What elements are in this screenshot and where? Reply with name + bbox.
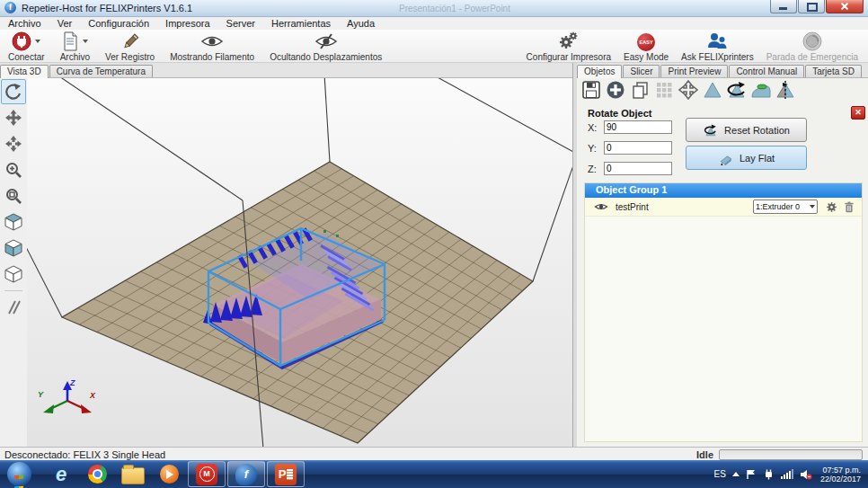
menu-ayuda[interactable]: Ayuda xyxy=(339,18,383,29)
scale-object-button[interactable] xyxy=(700,78,724,102)
extruder-select[interactable]: 1:Extruder 0 xyxy=(753,200,818,214)
zoom-in-button[interactable] xyxy=(1,157,26,182)
tab-tarjeta-sd[interactable]: Tarjeta SD xyxy=(805,65,862,77)
tab-objetos[interactable]: Objetos xyxy=(577,65,622,78)
taskbar-makerbot[interactable]: M xyxy=(188,461,226,487)
top-view-button[interactable] xyxy=(1,262,26,287)
select-caret-icon xyxy=(810,205,815,209)
rotate-object-button[interactable] xyxy=(724,78,748,102)
reset-rotation-button[interactable]: Reset Rotation xyxy=(686,118,807,142)
ask-felixprinters-button[interactable]: Ask FELIXprinters xyxy=(675,31,760,63)
rotate-y-label: Y: xyxy=(588,143,604,154)
add-object-button[interactable] xyxy=(603,78,627,102)
scale-object-icon xyxy=(703,80,722,100)
rotate-x-input[interactable] xyxy=(604,120,672,134)
viewport-3d[interactable]: Y Z X xyxy=(27,78,572,447)
menu-configuracion[interactable]: Configuración xyxy=(80,18,157,29)
maximize-icon xyxy=(807,3,818,12)
taskbar-repetier-host[interactable]: f xyxy=(227,461,265,487)
volume-muted-icon[interactable] xyxy=(800,469,812,480)
taskbar-powerpoint[interactable]: P xyxy=(267,461,305,487)
lay-flat-button-glyph xyxy=(718,151,734,165)
menu-archivo[interactable]: Archivo xyxy=(0,18,49,29)
tab-print-preview[interactable]: Print Preview xyxy=(660,65,728,77)
load-file-button[interactable]: Archivo xyxy=(54,31,96,63)
background-window-title: Presentación1 - PowerPoint xyxy=(399,4,510,13)
rail-separator xyxy=(4,290,22,291)
center-object-button[interactable] xyxy=(676,78,700,102)
media-player-icon xyxy=(160,465,179,484)
emergency-stop-button: Parada de Emergencia xyxy=(760,31,864,63)
auto-arrange-button xyxy=(651,78,676,102)
move-view-icon xyxy=(4,109,22,127)
hide-travel-button[interactable]: Ocultando Desplazamientos xyxy=(263,31,388,63)
show-hidden-icons-button[interactable] xyxy=(732,472,740,476)
rotate-view-button[interactable] xyxy=(1,79,26,104)
connect-button[interactable]: Conectar xyxy=(2,31,51,63)
rotate-y-row: Y: xyxy=(588,141,672,155)
front-view-button[interactable] xyxy=(1,235,26,261)
action-center-flag-icon[interactable] xyxy=(746,469,757,480)
rotate-z-label: Z: xyxy=(588,164,604,174)
windows-taskbar: e M f P ES 07:57 p.m. 22/02/2017 xyxy=(0,460,868,488)
taskbar-media-player[interactable] xyxy=(151,462,187,486)
menu-server[interactable]: Server xyxy=(218,18,263,29)
move-object-icon xyxy=(4,135,22,153)
top-view-icon xyxy=(4,264,23,284)
easy-mode-icon: EASY xyxy=(637,33,655,51)
connection-status: Desconectado: FELIX 3 Single Head xyxy=(4,449,165,460)
start-button[interactable] xyxy=(7,462,31,486)
center-object-icon xyxy=(678,80,698,100)
tab-control-manual[interactable]: Control Manual xyxy=(729,65,804,77)
language-indicator[interactable]: ES xyxy=(714,469,726,479)
move-view-button[interactable] xyxy=(1,105,26,130)
title-bar: f Repetier-Host for FELIXPrinters V1.6.1… xyxy=(0,0,868,17)
maximize-button[interactable] xyxy=(798,0,825,13)
side-tabstrip: Objetos Slicer Print Preview Control Man… xyxy=(577,63,868,78)
makerbot-icon: M xyxy=(196,464,217,485)
object-row[interactable]: testPrint 1:Extruder 0 xyxy=(585,198,862,217)
menu-herramientas[interactable]: Herramientas xyxy=(263,18,339,29)
delete-object-trash-icon[interactable] xyxy=(844,201,855,213)
close-button[interactable] xyxy=(826,0,864,13)
taskbar-chrome[interactable] xyxy=(79,462,115,486)
copy-object-button[interactable] xyxy=(627,78,651,102)
power-plug-icon[interactable] xyxy=(763,469,775,480)
rotate-panel-close-button[interactable]: ✕ xyxy=(851,106,865,120)
rotate-y-input[interactable] xyxy=(604,141,672,155)
rotate-object-icon xyxy=(726,80,748,100)
file-dropdown-caret[interactable] xyxy=(83,40,88,43)
show-filament-button[interactable]: Mostrando Filamento xyxy=(164,31,261,63)
parallel-projection-button[interactable] xyxy=(1,295,26,320)
parallel-projection-icon xyxy=(4,298,22,316)
zoom-fit-button[interactable] xyxy=(1,183,26,209)
minimize-button[interactable] xyxy=(770,0,797,13)
lay-flat-button-icon[interactable] xyxy=(748,78,773,102)
easy-mode-button[interactable]: EASY Easy Mode xyxy=(617,31,675,63)
lay-flat-button[interactable]: Lay Flat xyxy=(686,146,807,170)
network-signal-icon[interactable] xyxy=(781,469,793,479)
taskbar-explorer[interactable] xyxy=(115,462,151,486)
taskbar-internet-explorer[interactable]: e xyxy=(43,462,79,486)
cut-object-button[interactable] xyxy=(773,78,797,102)
tab-curva-temperatura[interactable]: Curva de Temperatura xyxy=(49,65,153,77)
folder-icon xyxy=(121,467,145,484)
tab-slicer[interactable]: Slicer xyxy=(623,65,660,77)
object-settings-gear-icon[interactable] xyxy=(826,201,837,213)
menu-bar: Archivo Ver Configuración Impresora Serv… xyxy=(0,17,868,30)
connect-dropdown-caret[interactable] xyxy=(35,40,40,43)
clock[interactable]: 07:57 p.m. 22/02/2017 xyxy=(820,466,861,484)
rotate-z-input[interactable] xyxy=(604,162,672,175)
isometric-view-button[interactable] xyxy=(1,209,26,235)
tab-vista-3d[interactable]: Vista 3D xyxy=(0,65,49,78)
show-log-button[interactable]: Ver Registro xyxy=(99,31,161,63)
menu-ver[interactable]: Ver xyxy=(49,18,81,29)
axis-y-label: Y xyxy=(38,390,44,399)
save-button[interactable] xyxy=(579,78,603,102)
object-group-header[interactable]: Object Group 1 xyxy=(585,183,862,198)
menu-impresora[interactable]: Impresora xyxy=(157,18,218,29)
move-object-button[interactable] xyxy=(1,131,26,156)
visibility-eye-icon[interactable] xyxy=(594,201,608,212)
axis-z-label: Z xyxy=(69,378,75,387)
printer-settings-button[interactable]: Configurar Impresora xyxy=(520,31,617,63)
